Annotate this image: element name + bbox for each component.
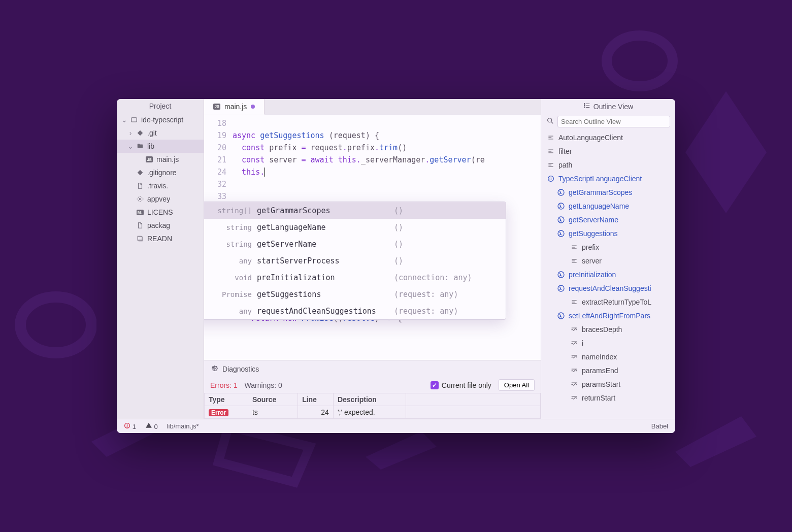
status-path[interactable]: lib/main.js*	[167, 422, 199, 430]
bg-deco	[599, 20, 680, 102]
folder-icon	[130, 116, 138, 124]
autocomplete-popup[interactable]: mstring[]getGrammarScopes()mstringgetLan…	[204, 202, 506, 320]
ac-signature: ()	[394, 223, 403, 232]
outline-item[interactable]: CTypeScriptLanguageClient	[541, 172, 675, 185]
svg-point-2	[607, 36, 673, 86]
outline-item[interactable]: getLanguageName	[541, 199, 675, 213]
tree-label: .gitignore	[147, 169, 204, 177]
outline-item[interactable]: prefix	[541, 240, 675, 254]
tree-item[interactable]: .gitignore	[117, 166, 204, 179]
outline-name: i	[582, 339, 583, 347]
ac-name: requestAndCleanSuggestions	[257, 307, 389, 316]
outline-name: TypeScriptLanguageClient	[558, 175, 642, 183]
ac-name: getGrammarScopes	[257, 206, 389, 215]
outline-item[interactable]: paramsEnd	[541, 363, 675, 377]
outline-name: returnStart	[582, 394, 615, 402]
ac-item[interactable]: manystartServerProcess()	[204, 252, 506, 269]
ac-item[interactable]: mPromisegetSuggestions(request: any)	[204, 286, 506, 303]
md-icon: M↓	[136, 208, 144, 216]
status-errors[interactable]: 1	[124, 422, 136, 430]
outline-name: setLeftAndRightFromPars	[569, 312, 650, 320]
svg-point-29	[558, 189, 564, 195]
ac-item[interactable]: mstring[]getGrammarScopes()	[204, 202, 506, 219]
tree-label: .git	[147, 129, 204, 137]
diag-col[interactable]: Line	[298, 393, 334, 406]
outline-item[interactable]: getGrammarScopes	[541, 185, 675, 199]
outline-item[interactable]: path	[541, 158, 675, 172]
tree-item[interactable]: ›.git	[117, 126, 204, 140]
tree-label: READN	[147, 235, 204, 243]
project-tree: ⌄ide-typescript›.git⌄libJSmain.js.gitign…	[117, 113, 204, 247]
diag-desc: ';' expected.	[333, 406, 406, 419]
outline-item[interactable]: server	[541, 254, 675, 268]
outline-item[interactable]: i	[541, 336, 675, 350]
project-title: Project	[117, 99, 204, 113]
lambda-icon	[556, 311, 566, 320]
wave-icon	[570, 339, 579, 348]
bg-deco	[680, 86, 772, 218]
cog-icon	[136, 195, 144, 203]
outline-name: extractReturnTypeToL	[582, 298, 651, 306]
ac-signature: ()	[394, 240, 403, 249]
ac-item[interactable]: mstringgetServerName()	[204, 236, 506, 252]
tree-item[interactable]: READN	[117, 232, 204, 245]
svg-point-39	[558, 272, 564, 278]
outline-item[interactable]: returnStart	[541, 391, 675, 405]
ac-return-type: string[]	[204, 207, 252, 215]
outline-item[interactable]: getSuggestions	[541, 226, 675, 240]
tree-item[interactable]: M↓LICENS	[117, 206, 204, 219]
outline-item[interactable]: paramsStart	[541, 377, 675, 391]
outline-item[interactable]: setLeftAndRightFromPars	[541, 309, 675, 322]
svg-point-10	[584, 104, 585, 105]
status-lang[interactable]: Babel	[651, 422, 668, 430]
ac-name: startServerProcess	[257, 256, 389, 265]
svg-marker-4	[366, 431, 437, 470]
outline-item[interactable]: preInitialization	[541, 268, 675, 281]
center-panel: JS main.js 181920212432333435 async getS…	[204, 99, 541, 419]
ac-item[interactable]: mvoidpreInitialization(connection: any)	[204, 269, 506, 286]
bar-icon	[570, 243, 579, 252]
outline-item[interactable]: bracesDepth	[541, 322, 675, 336]
ac-signature: ()	[394, 206, 403, 215]
diag-col[interactable]: Source	[248, 393, 298, 406]
outline-item[interactable]: requestAndCleanSuggesti	[541, 281, 675, 295]
outline-item[interactable]: nameIndex	[541, 350, 675, 363]
diag-col[interactable]: Description	[333, 393, 406, 406]
tab-main-js[interactable]: JS main.js	[204, 99, 265, 115]
outline-name: filter	[558, 147, 572, 155]
ac-return-type: any	[204, 307, 252, 315]
tree-root[interactable]: ⌄ide-typescript	[117, 113, 204, 126]
warning-icon	[145, 423, 154, 430]
ac-item[interactable]: mstringgetLanguageName()	[204, 219, 506, 236]
ac-return-type: any	[204, 257, 252, 265]
tree-item[interactable]: packag	[117, 219, 204, 232]
tree-item[interactable]: ⌄lib	[117, 140, 204, 153]
outline-name: prefix	[582, 243, 599, 251]
chevron-icon: ›	[128, 129, 133, 137]
warnings-count: Warnings: 0	[245, 381, 282, 389]
errors-count: Errors: 1	[210, 381, 238, 389]
ac-return-type: string	[204, 240, 252, 248]
svg-point-11	[584, 105, 585, 106]
outline-item[interactable]: AutoLanguageClient	[541, 130, 675, 144]
diagnostics-header[interactable]: Diagnostics	[204, 360, 541, 377]
open-all-button[interactable]: Open All	[499, 379, 535, 391]
search-icon	[546, 117, 554, 126]
outline-search-input[interactable]	[557, 116, 670, 127]
status-warnings[interactable]: 0	[145, 422, 158, 430]
ac-item[interactable]: manyrequestAndCleanSuggestions(request: …	[204, 303, 506, 319]
tree-item[interactable]: JSmain.js	[117, 153, 204, 166]
current-file-only-toggle[interactable]: ✓ Current file only	[431, 381, 491, 389]
tab-modified-dot	[251, 105, 255, 109]
diag-col[interactable]: Type	[205, 393, 248, 406]
svg-point-40	[558, 285, 564, 291]
diag-line: 24	[298, 406, 334, 419]
outline-item[interactable]: extractReturnTypeToL	[541, 295, 675, 309]
tree-item[interactable]: .travis.	[117, 179, 204, 192]
outline-item[interactable]: getServerName	[541, 213, 675, 226]
outline-item[interactable]: filter	[541, 144, 675, 158]
js-icon: JS	[213, 104, 220, 110]
tree-item[interactable]: appvey	[117, 192, 204, 206]
code-editor[interactable]: 181920212432333435 async getSuggestions …	[204, 115, 541, 360]
diag-row[interactable]: Errorts24';' expected.	[205, 406, 541, 419]
